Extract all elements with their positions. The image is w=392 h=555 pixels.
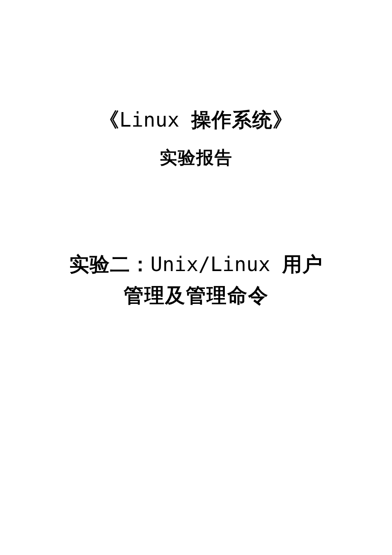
section-heading: 实验二：Unix/Linux 用户 管理及管理命令 xyxy=(0,248,392,311)
document-title: 《Linux 操作系统》 xyxy=(0,106,392,134)
title-bracket-close: 》 xyxy=(273,109,293,131)
section-prefix: 实验二： xyxy=(69,253,151,275)
title-cjk-text: 操作系统 xyxy=(191,109,273,131)
section-line-2: 管理及管理命令 xyxy=(54,281,338,311)
title-bracket-open: 《 xyxy=(99,109,119,131)
section-line-1: 实验二：Unix/Linux 用户 xyxy=(54,248,338,281)
document-page: 《Linux 操作系统》 实验报告 实验二：Unix/Linux 用户 管理及管… xyxy=(0,0,392,555)
section-latin-text: Unix/Linux xyxy=(151,252,282,276)
title-latin-text: Linux xyxy=(119,108,191,131)
section-suffix: 用户 xyxy=(282,253,323,275)
document-subtitle: 实验报告 xyxy=(0,146,392,169)
